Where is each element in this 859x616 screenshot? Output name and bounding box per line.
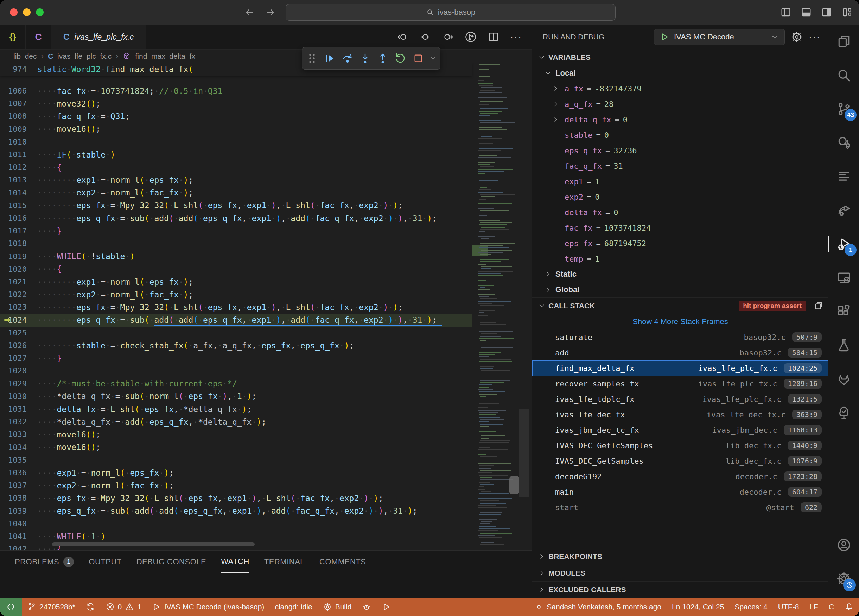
code-line-1037[interactable]: 1037····exp2·=·norm_l(·fac_fx·); bbox=[0, 479, 472, 492]
customize-layout-icon[interactable] bbox=[842, 7, 853, 18]
code-line-1029[interactable]: 1029····/*·must·be·stable·with·current·e… bbox=[0, 377, 472, 390]
show-more-stack-frames-link[interactable]: Show 4 More Stack Frames bbox=[532, 314, 828, 329]
outline-list-icon[interactable] bbox=[828, 160, 859, 193]
panel-tab-terminal[interactable]: TERMINAL bbox=[264, 551, 305, 573]
stack-frame-recover_samples_fx[interactable]: recover_samples_fxivas_lfe_plc_fx.c1209:… bbox=[532, 376, 828, 391]
pinned-tab-c-file[interactable]: C bbox=[26, 25, 52, 49]
history-forward-icon[interactable] bbox=[265, 7, 276, 17]
code-line-1030[interactable]: 1030····*delta_q_fx·=·sub(·norm_l(·eps_f… bbox=[0, 390, 472, 403]
stack-frame-decodeG192[interactable]: decodeG192decoder.c1723:28 bbox=[532, 469, 828, 484]
vertical-scrollbar[interactable] bbox=[519, 409, 529, 497]
variable-row-eps_q_fx[interactable]: eps_q_fx=32736 bbox=[532, 143, 828, 158]
history-back-icon[interactable] bbox=[244, 7, 255, 17]
variable-row-exp2[interactable]: exp2=0 bbox=[532, 189, 828, 204]
scope-global[interactable]: Global bbox=[532, 282, 828, 298]
code-line-1010[interactable]: 1010 bbox=[0, 136, 472, 148]
settings-gear-icon[interactable] bbox=[828, 562, 859, 596]
start-debug-icon[interactable] bbox=[660, 32, 669, 42]
variable-row-exp1[interactable]: exp1=1 bbox=[532, 174, 828, 189]
stack-frame-start[interactable]: start@start622 bbox=[532, 500, 828, 515]
breadcrumb-file[interactable]: ivas_lfe_plc_fx.c bbox=[57, 52, 111, 61]
panel-tab-watch[interactable]: WATCH bbox=[221, 551, 249, 573]
status-play[interactable] bbox=[376, 598, 396, 616]
breakpoints-section-header[interactable]: BREAKPOINTS bbox=[532, 548, 828, 565]
source-control-icon[interactable]: 43 bbox=[828, 92, 859, 126]
step-over-icon[interactable] bbox=[340, 51, 355, 66]
minimize-window-button[interactable] bbox=[23, 8, 31, 16]
share-icon[interactable] bbox=[828, 193, 859, 227]
run-debug-icon[interactable]: 1 bbox=[828, 227, 859, 261]
code-line-1018[interactable]: 1018 bbox=[0, 237, 472, 250]
status-sync[interactable] bbox=[81, 598, 100, 616]
toolbar-grip-icon[interactable] bbox=[304, 51, 320, 66]
code-line-1020[interactable]: 1020····{ bbox=[0, 263, 472, 276]
code-line-1033[interactable]: 1033····move16(); bbox=[0, 428, 472, 441]
sash-handle[interactable] bbox=[509, 476, 519, 494]
scope-static[interactable]: Static bbox=[532, 267, 828, 282]
variable-row-fac_fx[interactable]: fac_fx=1073741824 bbox=[532, 220, 828, 235]
launch-config-dropdown[interactable]: IVAS MC Decode bbox=[654, 29, 785, 45]
code-line-1039[interactable]: 1039····eps_q_fx·=·sub(·add(·add(·eps_q_… bbox=[0, 505, 472, 518]
command-center-search[interactable]: ivas-basop bbox=[286, 4, 615, 21]
code-line-1040[interactable]: 1040 bbox=[0, 517, 472, 530]
account-icon[interactable] bbox=[828, 528, 859, 562]
code-line-1023[interactable]: 1023········eps_fx·=·Mpy_32_32(·L_shl(·e… bbox=[0, 301, 472, 313]
variable-row-a_q_fx[interactable]: a_q_fx=28 bbox=[532, 96, 828, 112]
stack-frame-ivas_lfe_tdplc_fx[interactable]: ivas_lfe_tdplc_fxivas_lfe_plc_fx.c1321:5 bbox=[532, 391, 828, 407]
continue-icon[interactable] bbox=[322, 51, 337, 66]
code-line-1021[interactable]: 1021········exp1·=·norm_l(·eps_fx·); bbox=[0, 275, 472, 288]
variable-row-delta_fx[interactable]: delta_fx=0 bbox=[532, 204, 828, 220]
code-line-1006[interactable]: 1006····fac_fx·=·1073741824;·//·0.5·in·Q… bbox=[0, 84, 472, 97]
remote-indicator[interactable] bbox=[0, 598, 22, 616]
sidebar-more-actions-icon[interactable]: ··· bbox=[809, 31, 821, 42]
code-line-1036[interactable]: 1036····exp1·=·norm_l(·eps_fx·); bbox=[0, 466, 472, 479]
call-stack-section-header[interactable]: CALL STACK hit program assert bbox=[532, 298, 828, 314]
panel-tab-output[interactable]: OUTPUT bbox=[89, 551, 121, 573]
code-line-1022[interactable]: 1022········exp2·=·norm_l(·fac_fx·); bbox=[0, 288, 472, 301]
debug-session-chevron-icon[interactable] bbox=[428, 51, 438, 66]
code-line-1031[interactable]: 1031····delta_fx·=·L_shl(·eps_fx,·*delta… bbox=[0, 402, 472, 416]
stack-frame-add[interactable]: addbasop32.c584:15 bbox=[532, 345, 828, 360]
more-actions-icon[interactable]: ··· bbox=[510, 31, 522, 42]
code-line-1026[interactable]: 1026········stable·=·check_stab_fx(·a_fx… bbox=[0, 339, 472, 352]
continue-alt-icon[interactable] bbox=[442, 31, 454, 43]
zoom-window-button[interactable] bbox=[36, 8, 44, 16]
code-line-1019[interactable]: 1019····WHILE(·!stable·) bbox=[0, 250, 472, 263]
excluded-callers-section-header[interactable]: EXCLUDED CALLERS bbox=[532, 581, 828, 598]
code-line-1015[interactable]: 1015········eps_fx·=·Mpy_32_32(·L_shl(·e… bbox=[0, 199, 472, 212]
toggle-secondary-sidebar-icon[interactable] bbox=[821, 7, 832, 18]
panel-tab-comments[interactable]: COMMENTS bbox=[319, 551, 366, 573]
run-to-cursor-icon[interactable] bbox=[419, 31, 431, 43]
step-into-icon[interactable] bbox=[358, 51, 373, 66]
toggle-panel-icon[interactable] bbox=[801, 7, 812, 18]
stack-frame-main[interactable]: maindecoder.c604:17 bbox=[532, 484, 828, 500]
modules-section-header[interactable]: MODULES bbox=[532, 565, 828, 581]
restart-icon[interactable] bbox=[392, 51, 408, 66]
status-bug[interactable] bbox=[357, 598, 376, 616]
status-ln-1024-col-25[interactable]: Ln 1024, Col 25 bbox=[667, 598, 729, 616]
code-line-1032[interactable]: 1032····*delta_q_fx·=·add(·eps_q_fx,·*de… bbox=[0, 415, 472, 428]
status-0[interactable]: 01 bbox=[100, 598, 147, 616]
scope-local[interactable]: Local bbox=[532, 65, 828, 81]
files-icon[interactable] bbox=[828, 25, 859, 58]
test-beaker-icon[interactable] bbox=[828, 328, 859, 362]
search-icon[interactable] bbox=[828, 58, 859, 92]
stop-icon[interactable] bbox=[411, 51, 426, 66]
stack-frame-ivas_jbm_dec_tc_fx[interactable]: ivas_jbm_dec_tc_fxivas_jbm_dec.c1168:13 bbox=[532, 422, 828, 438]
code-line-1034[interactable]: 1034····move16(); bbox=[0, 441, 472, 454]
toggle-primary-sidebar-icon[interactable] bbox=[780, 7, 792, 18]
code-line-1024[interactable]: 1024········eps_q_fx·=·sub(·add(·add(·ep… bbox=[0, 313, 472, 327]
tab-ivas-lfe-plc-fx[interactable]: C ivas_lfe_plc_fx.c bbox=[52, 25, 146, 49]
status-sandesh-venkatesh-5-months-ago[interactable]: Sandesh Venkatesh, 5 months ago bbox=[529, 598, 667, 616]
status-bell[interactable] bbox=[839, 598, 859, 616]
status-clangd-idle[interactable]: clangd: idle bbox=[269, 598, 317, 616]
code-editor[interactable]: 1006····fac_fx·=·1073741824;·//·0.5·in·Q… bbox=[0, 62, 532, 550]
remote-explorer-icon[interactable] bbox=[828, 261, 859, 295]
close-window-button[interactable] bbox=[10, 8, 17, 16]
code-line-1008[interactable]: 1008····fac_q_fx·=·Q31; bbox=[0, 110, 472, 123]
code-line-1028[interactable]: 1028 bbox=[0, 364, 472, 377]
variable-row-delta_q_fx[interactable]: delta_q_fx=0 bbox=[532, 112, 828, 127]
code-line-1012[interactable]: 1012····{ bbox=[0, 161, 472, 174]
variable-row-stable[interactable]: stable=0 bbox=[532, 127, 828, 143]
code-line-1014[interactable]: 1014········exp2·=·norm_l(·fac_fx·); bbox=[0, 186, 472, 200]
